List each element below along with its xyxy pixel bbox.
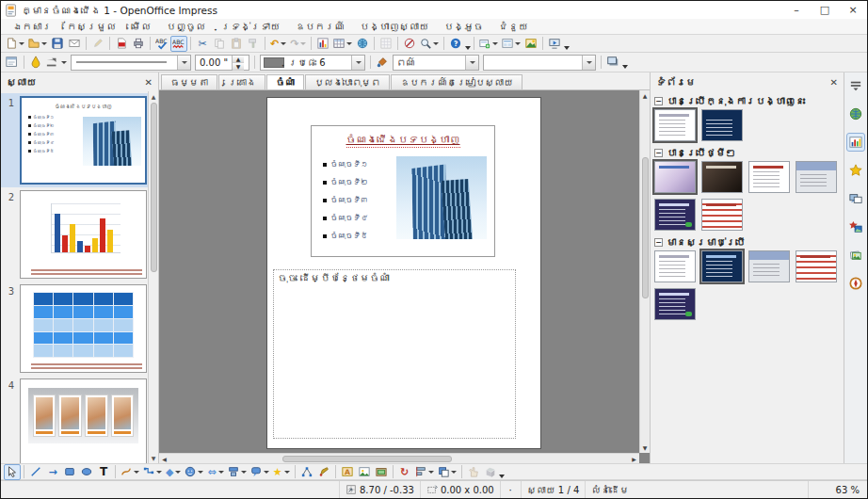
callouts-button[interactable]	[249, 464, 271, 480]
edit-points-button[interactable]	[298, 464, 315, 480]
scrollbar-thumb[interactable]	[151, 103, 157, 272]
master-thumbnail[interactable]	[654, 199, 696, 231]
save-button[interactable]	[49, 36, 66, 52]
dropdown-arrow-icon[interactable]	[492, 42, 498, 45]
arrow-style-button[interactable]	[44, 55, 69, 71]
master-thumbnail[interactable]	[654, 161, 696, 193]
dropdown-arrow-icon[interactable]	[346, 42, 352, 45]
master-thumbnail[interactable]	[701, 250, 743, 282]
spellcheck-button[interactable]: ABC	[153, 36, 170, 52]
flowchart-button[interactable]	[226, 464, 249, 480]
section-recently-used[interactable]: − បានប្រើថ្មីៗ	[654, 147, 840, 158]
cut-button[interactable]: ✂	[194, 36, 211, 52]
master-thumbnail[interactable]	[654, 109, 696, 141]
format-paintbrush-button[interactable]	[245, 36, 262, 52]
interaction-button[interactable]	[465, 464, 482, 480]
fill-style-select[interactable]: ពណ៌	[393, 55, 479, 71]
slide-1-preview[interactable]: ចំណងជើងបទបង្ហាញ ចំណុចទី១ ចំណុចទី២ ចំណុចទ…	[20, 96, 147, 185]
line-width-down-button[interactable]: ▼	[233, 63, 244, 71]
menu-help[interactable]: ជំនួយ	[491, 20, 537, 33]
scrollbar-thumb[interactable]	[642, 157, 649, 298]
slide-3-preview[interactable]	[20, 284, 147, 373]
redo-button[interactable]: ↷	[288, 36, 308, 52]
line-color-select[interactable]: ប្រផេះ 6	[260, 55, 365, 71]
scrollbar-thumb[interactable]	[282, 456, 452, 462]
slides-panel-scrollbar[interactable]: ▲ ▼	[148, 91, 158, 463]
navigator-button[interactable]	[401, 36, 418, 52]
menu-edit[interactable]: កែសម្រួល	[59, 20, 124, 33]
line-width-value[interactable]: 0.00 "	[196, 56, 232, 70]
print-button[interactable]	[130, 36, 147, 52]
tab-slide-sorter[interactable]: ឧបករណ៍តម្រៀបស្លាយ	[391, 74, 522, 89]
insert-picture-button[interactable]	[356, 464, 373, 480]
master-thumbnail[interactable]	[748, 161, 790, 193]
menu-format[interactable]: ទ្រង់ទ្រាយ	[214, 20, 288, 33]
collapse-icon[interactable]: −	[654, 149, 663, 157]
dropdown-arrow-icon[interactable]	[264, 471, 269, 474]
insert-chart-button[interactable]	[314, 36, 331, 52]
line-width-spinner[interactable]: 0.00 " ▲▼	[195, 55, 249, 71]
sidebar-gallery-button[interactable]	[846, 246, 865, 265]
connector-tool-button[interactable]	[141, 464, 164, 480]
symbol-shapes-button[interactable]	[183, 464, 205, 480]
scroll-left-icon[interactable]: ◀	[159, 454, 169, 464]
menu-slideshow[interactable]: បង្ហាញស្លាយ	[352, 20, 437, 33]
dropdown-arrow-icon[interactable]	[175, 471, 181, 474]
notes-placeholder-box[interactable]: ចុច ដើម្បីបន្ថែមចំណាំ	[273, 269, 516, 439]
sidebar-master-pages-button[interactable]	[846, 133, 865, 152]
select-tool-button[interactable]	[4, 464, 21, 480]
menu-file[interactable]: ឯកសារ	[5, 20, 59, 33]
sidebar-properties-button[interactable]	[846, 105, 865, 123]
sidebar-styles-button[interactable]	[846, 217, 865, 236]
slide-2-preview[interactable]	[20, 190, 147, 279]
sidebar-custom-animation-button[interactable]	[846, 161, 865, 180]
block-arrows-button[interactable]: ⇔	[205, 464, 225, 480]
toolbar-overflow-button[interactable]	[464, 36, 471, 52]
fill-color-select[interactable]	[483, 55, 596, 71]
hyperlink-button[interactable]	[354, 36, 371, 52]
toolbar-overflow-button[interactable]	[621, 55, 628, 71]
zoom-level-field[interactable]: 63 %	[809, 485, 867, 495]
text-tool-button[interactable]: T	[95, 464, 112, 480]
slide-thumbnail-4[interactable]: 4	[1, 376, 158, 463]
line-style-select[interactable]	[71, 55, 191, 71]
tab-handout[interactable]: ប្លង់បោះពុម្ព	[305, 74, 390, 89]
email-button[interactable]	[66, 36, 83, 52]
dropdown-arrow-icon[interactable]	[451, 471, 457, 474]
paste-button[interactable]	[228, 36, 245, 52]
slides-panel-close-icon[interactable]: ✕	[145, 77, 153, 88]
insert-table-button[interactable]	[331, 36, 354, 52]
arrange-button[interactable]	[436, 464, 458, 480]
glue-points-button[interactable]	[315, 464, 332, 480]
slide-thumbnail-2[interactable]: 2	[1, 187, 158, 282]
tab-outline[interactable]: គ្រោង	[218, 74, 265, 89]
slide-design-button[interactable]	[522, 36, 539, 52]
sidebar-navigator-button[interactable]	[846, 274, 865, 293]
scroll-down-icon[interactable]: ▼	[152, 453, 156, 463]
new-slide-button[interactable]	[477, 36, 500, 52]
copy-button[interactable]	[211, 36, 228, 52]
maximize-button[interactable]: □	[811, 1, 839, 19]
master-template-field[interactable]: លំនាំដើម	[586, 481, 689, 498]
slide-layout-button[interactable]	[500, 36, 522, 52]
master-thumbnail[interactable]	[748, 250, 790, 282]
section-used-in-presentation[interactable]: − បានប្រើក្នុងការបង្ហាញនេះ	[654, 95, 840, 106]
collapse-icon[interactable]: −	[654, 97, 663, 105]
dropdown-arrow-icon[interactable]	[198, 471, 203, 474]
scroll-up-icon[interactable]: ▲	[152, 91, 156, 102]
dropdown-arrow-icon[interactable]	[134, 471, 139, 474]
menu-tools[interactable]: ឧបករណ៍	[288, 20, 353, 33]
cursor-position-field[interactable]: 8.70 / -0.33	[340, 481, 421, 498]
edit-file-button[interactable]	[89, 36, 106, 52]
line-color-dropdown-button[interactable]	[351, 56, 364, 70]
fill-color-dropdown-button[interactable]	[582, 56, 595, 70]
sidebar-slide-transition-button[interactable]	[846, 189, 865, 208]
arrow-tool-button[interactable]: →	[44, 464, 61, 480]
canvas-vertical-scrollbar[interactable]: ▲ ▼	[639, 90, 650, 453]
ellipse-tool-button[interactable]	[78, 464, 95, 480]
dropdown-arrow-icon[interactable]	[433, 42, 439, 45]
master-thumbnail[interactable]	[796, 250, 837, 282]
scroll-down-icon[interactable]: ▼	[640, 443, 651, 453]
display-grid-button[interactable]	[378, 36, 394, 52]
work-canvas[interactable]: ចំណងជើងបទបង្ហាញ ចំណុចទី១ ចំណុចទី២ ចំណុចទ…	[159, 90, 650, 463]
